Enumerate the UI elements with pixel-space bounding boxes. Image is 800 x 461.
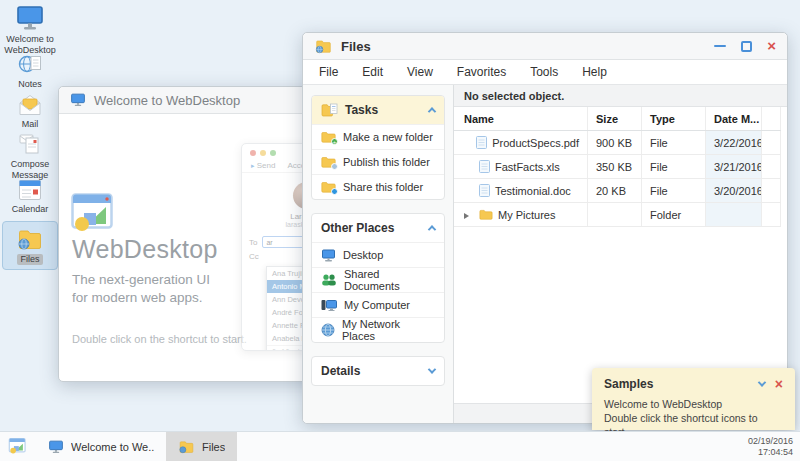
folder-globe-icon — [178, 440, 195, 454]
notification-title: Samples — [604, 377, 653, 391]
monitor-icon — [70, 93, 86, 107]
task-publish-folder[interactable]: Publish this folder — [312, 149, 444, 174]
share-badge-icon — [331, 188, 338, 195]
folder-share-icon — [321, 181, 336, 193]
tasks-panel-header[interactable]: Tasks — [312, 96, 444, 124]
task-share-folder[interactable]: Share this folder — [312, 174, 444, 199]
column-header-name[interactable]: Name — [454, 107, 588, 130]
file-size — [588, 203, 642, 226]
menu-item-edit[interactable]: Edit — [350, 60, 395, 85]
file-date — [706, 203, 762, 226]
document-icon — [479, 160, 490, 173]
shortcut-label: Files — [17, 254, 42, 265]
details-title: Details — [321, 364, 360, 378]
close-icon[interactable]: × — [775, 379, 783, 389]
close-button[interactable]: × — [767, 40, 776, 52]
chevron-up-icon[interactable] — [428, 107, 436, 115]
file-type: File — [642, 131, 706, 154]
folder-globe-icon — [314, 39, 333, 54]
column-header-type[interactable]: Type — [642, 107, 706, 130]
table-row[interactable]: FastFacts.xls 350 KB File 3/21/2016 ... — [454, 155, 781, 179]
shortcut-compose[interactable]: Compose Message — [2, 132, 58, 181]
globe-badge-icon — [331, 163, 338, 170]
file-type: File — [642, 179, 706, 202]
webdesktop-logo — [71, 193, 117, 235]
menu-item-file[interactable]: File — [307, 60, 350, 85]
chevron-down-icon[interactable] — [428, 365, 436, 373]
desktop-icon — [321, 249, 336, 262]
place-my-network-places[interactable]: My Network Places — [312, 317, 444, 342]
minimize-button[interactable] — [714, 45, 726, 47]
shortcut-files[interactable]: Files — [2, 221, 58, 270]
red-dot-icon — [250, 150, 256, 156]
yellow-dot-icon — [260, 150, 266, 156]
green-dot-icon — [270, 150, 276, 156]
file-date: 3/20/2016 ... — [706, 179, 762, 202]
taskbar-clock[interactable]: 02/19/2016 17:04:54 — [748, 436, 800, 458]
file-name: ProductSpecs.pdf — [492, 137, 579, 149]
table-row[interactable]: Testimonial.doc 20 KB File 3/20/2016 ... — [454, 179, 781, 203]
folder-publish-icon — [321, 156, 336, 168]
plus-badge-icon: + — [331, 138, 338, 145]
start-logo-icon[interactable] — [0, 438, 36, 455]
table-header-row: Name Size Type Date M...↓ — [454, 107, 781, 131]
table-row[interactable]: ProductSpecs.pdf 900 KB File 3/22/2016 .… — [454, 131, 781, 155]
menu-item-tools[interactable]: Tools — [518, 60, 570, 85]
place-my-computer[interactable]: My Computer — [312, 292, 444, 317]
notes-icon — [18, 52, 42, 76]
details-header[interactable]: Details — [312, 357, 444, 385]
menu-item-favorites[interactable]: Favorites — [445, 60, 518, 85]
files-window-title: Files — [341, 39, 371, 54]
taskbar-button-welcome[interactable]: Welcome to We... — [36, 432, 166, 461]
file-table: Name Size Type Date M...↓ ProductSpecs.p… — [454, 107, 787, 403]
calendar-icon — [18, 179, 42, 201]
mail-icon — [17, 94, 43, 116]
menu-item-view[interactable]: View — [395, 60, 445, 85]
column-header-date[interactable]: Date M...↓ — [706, 107, 762, 130]
send-icon: ▸ — [251, 162, 255, 169]
document-icon — [479, 184, 490, 197]
taskbar-button-files[interactable]: Files — [166, 432, 237, 461]
other-places-title: Other Places — [321, 221, 394, 235]
files-window-titlebar[interactable]: Files × — [303, 33, 787, 60]
welcome-tagline: The next-generation UI for modern web ap… — [72, 271, 210, 307]
status-bar: No selected object. — [454, 85, 787, 107]
file-date: 3/22/2016 ... — [706, 131, 762, 154]
expand-arrow-icon[interactable] — [464, 209, 474, 221]
shortcut-label: Notes — [18, 79, 42, 90]
place-desktop[interactable]: Desktop — [312, 242, 444, 267]
file-size: 350 KB — [588, 155, 642, 178]
welcome-hint: Double click on the shortcut to start. — [72, 333, 247, 345]
menu-item-help[interactable]: Help — [570, 60, 619, 85]
place-shared-documents[interactable]: Shared Documents — [312, 267, 444, 292]
shortcut-notes[interactable]: Notes — [2, 52, 58, 90]
other-places-header[interactable]: Other Places — [312, 214, 444, 242]
chevron-down-icon[interactable] — [758, 378, 766, 386]
shortcut-mail[interactable]: Mail — [2, 94, 58, 130]
clock-time: 17:04:54 — [748, 447, 793, 458]
column-header-size[interactable]: Size — [588, 107, 642, 130]
maximize-button[interactable] — [741, 41, 752, 52]
table-row[interactable]: My Pictures Folder — [454, 203, 781, 227]
shortcut-welcome[interactable]: Welcome to WebDesktop — [2, 5, 58, 56]
folder-new-icon: + — [321, 131, 336, 143]
shortcut-label: Mail — [22, 119, 39, 130]
to-label: To — [249, 238, 257, 247]
people-icon — [321, 274, 337, 286]
tasks-panel-title: Tasks — [345, 103, 378, 117]
network-globe-icon — [321, 323, 335, 337]
shortcut-label: Compose Message — [2, 159, 58, 181]
clock-date: 02/19/2016 — [748, 436, 793, 447]
details-panel: Details — [311, 356, 445, 386]
files-menubar: File Edit View Favorites Tools Help — [303, 60, 787, 85]
shortcut-calendar[interactable]: Calendar — [2, 179, 58, 215]
files-sidebar: Tasks + Make a new folder Publish this — [303, 85, 453, 423]
chevron-up-icon[interactable] — [428, 225, 436, 233]
task-make-new-folder[interactable]: + Make a new folder — [312, 124, 444, 149]
monitor-icon — [48, 440, 64, 454]
taskbar: Welcome to We... Files 02/19/2016 17:04:… — [0, 431, 800, 461]
file-name: My Pictures — [498, 209, 555, 221]
file-size: 20 KB — [588, 179, 642, 202]
document-icon — [476, 136, 487, 149]
welcome-window-title: Welcome to WebDesktop — [94, 93, 240, 108]
